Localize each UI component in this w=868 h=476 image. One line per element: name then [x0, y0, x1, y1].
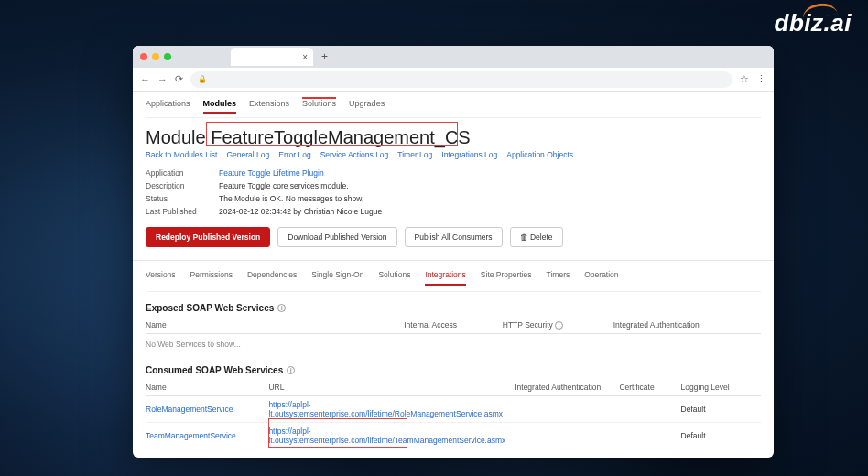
col-internal-access: Internal Access — [404, 317, 503, 334]
value-last-published: 2024-02-12 02:34:42 by Christian Nicole … — [219, 207, 382, 216]
brand-logo: dbiz.ai — [775, 9, 852, 38]
trash-icon: 🗑 — [520, 233, 528, 242]
cell-cert — [619, 423, 680, 449]
tab-operation[interactable]: Operation — [584, 270, 618, 286]
cell-ia — [515, 423, 619, 449]
tab-sso[interactable]: Single Sign-On — [311, 270, 363, 286]
publish-all-button[interactable]: Publish All Consumers — [405, 227, 503, 247]
nav-extensions[interactable]: Extensions — [249, 99, 289, 114]
link-integrations-log[interactable]: Integrations Log — [441, 150, 497, 159]
forward-button[interactable]: → — [157, 74, 168, 85]
link-back-modules[interactable]: Back to Modules List — [146, 150, 217, 159]
tab-timers[interactable]: Timers — [547, 270, 570, 286]
label-status: Status — [146, 194, 219, 203]
link-service-url[interactable]: https://aplpl-lt.outsystemsenterprise.co… — [268, 400, 503, 418]
tab-integrations[interactable]: Integrations — [425, 270, 465, 286]
reload-button[interactable]: ⟳ — [175, 73, 183, 85]
highlight-box-title — [206, 122, 458, 146]
col-integrated-auth: Integrated Authentication — [613, 317, 761, 334]
cell-log: Default — [681, 423, 761, 449]
col-certificate: Certificate — [619, 379, 680, 396]
cell-log: Default — [681, 396, 761, 423]
link-error-log[interactable]: Error Log — [278, 150, 310, 159]
link-application-objects[interactable]: Application Objects — [506, 150, 573, 159]
nav-solutions[interactable]: Solutions — [302, 97, 336, 114]
new-tab-button[interactable]: + — [321, 50, 328, 63]
delete-button[interactable]: 🗑 Delete — [510, 227, 563, 247]
value-status: The Module is OK. No messages to show. — [219, 194, 363, 203]
tab-versions[interactable]: Versions — [146, 270, 176, 286]
label-last-published: Last Published — [146, 207, 219, 216]
label-description: Description — [146, 181, 219, 190]
link-application-value[interactable]: Feature Toggle Lifetime Plugin — [219, 168, 324, 178]
redeploy-button[interactable]: Redeploy Published Version — [146, 227, 270, 247]
nav-modules[interactable]: Modules — [203, 99, 237, 114]
lock-icon: 🔒 — [198, 75, 207, 83]
col-name: Name — [146, 317, 404, 334]
link-service-actions-log[interactable]: Service Actions Log — [320, 150, 389, 159]
browser-window: × + ← → ⟳ 🔒 ☆ ⋮ Applications Modules Ext… — [133, 46, 774, 458]
top-nav: Applications Modules Extensions Solution… — [146, 92, 761, 118]
table-row: TeamManagementService https://aplpl-lt.o… — [146, 423, 761, 449]
link-service-name[interactable]: TeamManagementService — [146, 431, 236, 440]
info-icon[interactable]: i — [287, 366, 295, 374]
consumed-table: Name URL Integrated Authentication Certi… — [146, 379, 761, 449]
nav-applications[interactable]: Applications — [146, 99, 190, 114]
page-content: Applications Modules Extensions Solution… — [133, 92, 774, 458]
exposed-table: Name Internal Access HTTP Security i Int… — [146, 317, 761, 334]
breadcrumb-links: Back to Modules List General Log Error L… — [146, 150, 761, 159]
link-timer-log[interactable]: Timer Log — [397, 150, 432, 159]
col-http-security: HTTP Security i — [503, 317, 613, 334]
exposed-empty-message: No Web Services to show... — [146, 334, 761, 354]
col-name: Name — [146, 379, 268, 396]
link-service-name[interactable]: RoleManagementService — [146, 405, 233, 414]
nav-upgrades[interactable]: Upgrades — [349, 99, 385, 114]
sub-tabs: Versions Permissions Dependencies Single… — [146, 261, 761, 292]
address-bar: ← → ⟳ 🔒 ☆ ⋮ — [133, 68, 774, 92]
tab-solutions[interactable]: Solutions — [378, 270, 410, 286]
tab-bar: × + — [133, 46, 774, 68]
tab-permissions[interactable]: Permissions — [190, 270, 233, 286]
close-tab-icon[interactable]: × — [302, 52, 308, 62]
highlight-box-url — [268, 418, 407, 448]
info-icon[interactable]: i — [277, 304, 286, 312]
url-input[interactable]: 🔒 — [190, 71, 732, 88]
download-button[interactable]: Download Published Version — [277, 227, 396, 247]
minimize-window-icon[interactable] — [152, 53, 159, 60]
close-window-icon[interactable] — [140, 53, 147, 60]
table-row: RoleManagementService https://aplpl-lt.o… — [146, 396, 761, 423]
cell-cert — [619, 396, 680, 423]
tab-site-properties[interactable]: Site Properties — [481, 270, 532, 286]
value-description: Feature Toggle core services module. — [219, 181, 349, 190]
link-general-log[interactable]: General Log — [226, 150, 269, 159]
col-url: URL — [268, 379, 515, 396]
col-logging-level: Logging Level — [681, 379, 761, 396]
tab-dependencies[interactable]: Dependencies — [247, 270, 297, 286]
browser-tab[interactable]: × — [231, 48, 313, 66]
browser-menu-icon[interactable]: ⋮ — [756, 73, 766, 85]
info-icon[interactable]: i — [555, 321, 563, 330]
cell-ia — [515, 396, 619, 423]
consumed-section-title: Consumed SOAP Web Services i — [146, 365, 761, 375]
label-application: Application — [146, 168, 219, 178]
col-integrated-auth: Integrated Authentication — [515, 379, 619, 396]
maximize-window-icon[interactable] — [164, 53, 171, 60]
exposed-section-title: Exposed SOAP Web Services i — [146, 303, 761, 313]
back-button[interactable]: ← — [140, 74, 150, 85]
bookmark-star-icon[interactable]: ☆ — [740, 73, 749, 85]
